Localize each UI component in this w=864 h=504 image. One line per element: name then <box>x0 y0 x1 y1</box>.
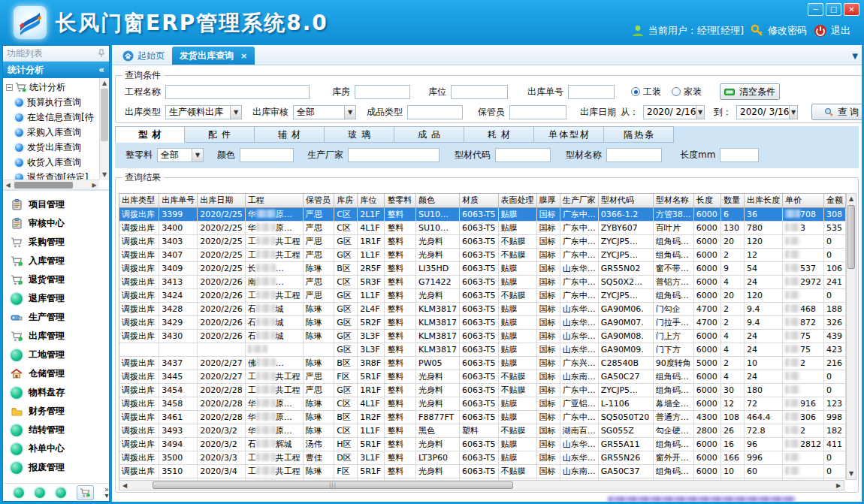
column-header-6[interactable]: 库位 <box>358 194 385 207</box>
column-header-2[interactable]: 出库日期 <box>198 194 245 207</box>
tree-root[interactable]: − 统计分析 <box>3 80 99 95</box>
change-password-link[interactable]: 修改密码 <box>751 24 807 38</box>
sidebar-item-13[interactable]: 补单中心 <box>3 439 109 458</box>
sidebar-item-7[interactable]: 出库管理 <box>3 327 109 346</box>
outbound-no-input[interactable] <box>568 85 615 99</box>
tab-shipment-outbound-query[interactable]: 发货出库查询 × <box>172 47 255 65</box>
table-row[interactable]: 调拨出库34292020/2/26石城陈琳G区5R2F整料KLM38176063… <box>119 315 846 329</box>
column-header-0[interactable]: 出库类型 <box>119 194 159 207</box>
table-row[interactable]: 调拨出库34302020/2/26石城陈琳G区3L3F整料KLM38176063… <box>119 329 846 343</box>
tabstrip-dropdown-icon[interactable]: ▼ <box>852 52 858 60</box>
sidebar-item-4[interactable]: 退货管理 <box>3 270 109 289</box>
table-row[interactable]: 调拨出库34372020/2/27佛…陈琳B区3R8F整料PW056063-T5… <box>119 356 846 370</box>
table-row[interactable]: 调拨出库34092020/2/25长…陈琳B区2R5F整料LI35HD6063-… <box>119 261 846 275</box>
tree-vertical-scrollbar[interactable]: ▲ ▼ <box>99 78 109 180</box>
tab-close-icon[interactable]: × <box>240 51 247 61</box>
clear-conditions-button[interactable]: 清空条件 <box>720 83 780 100</box>
table-row[interactable]: 调拨出库34032020/2/25工共工程严思G区1R1F整料光身料6063-T… <box>119 234 846 248</box>
sidebar-item-11[interactable]: 财务管理 <box>3 402 109 421</box>
minimize-button[interactable]: ─ <box>808 3 823 16</box>
radio-on-icon[interactable] <box>631 87 640 96</box>
column-header-15[interactable]: 长度 <box>693 194 721 207</box>
column-header-16[interactable]: 数量 <box>721 194 744 207</box>
subtab-0[interactable]: 型材 <box>115 126 185 143</box>
length-input[interactable] <box>720 148 759 162</box>
table-row[interactable]: 调拨出库33992020/2/25华原…严思C区2L1F整料SU10…6063-… <box>119 207 846 221</box>
table-row[interactable]: 调拨出库34582020/2/28华原…陈琳C区4L1F整料光身料6063-T5… <box>119 397 846 410</box>
table-row[interactable]: 调拨出库34132020/2/26南…严思C区5R3F整料G714226063-… <box>119 275 846 288</box>
column-header-17[interactable]: 出库长度 <box>744 194 782 207</box>
outbound-audit-select[interactable]: 全部▼ <box>293 105 356 119</box>
sidebar-item-6[interactable]: 生产管理 <box>3 308 109 327</box>
tree-horizontal-scrollbar[interactable]: ◀ ▶ <box>3 180 99 189</box>
tree-item-2[interactable]: 采购入库查询 <box>3 125 99 140</box>
scroll-up-icon[interactable]: ▲ <box>847 194 856 204</box>
table-row[interactable]: 调拨出库34002020/2/25华原…严思C区4L1F整料SU10…6063-… <box>119 221 846 234</box>
subtab-2[interactable]: 辅材 <box>255 126 325 143</box>
project-name-input[interactable] <box>165 85 310 99</box>
sidebar-item-1[interactable]: 审核中心 <box>3 214 109 233</box>
sidebar-item-14[interactable]: 报废管理 <box>3 458 109 477</box>
date-to-select[interactable]: 2020/ 3/16▼ <box>736 105 798 119</box>
sidebar-item-2[interactable]: 采购管理 <box>3 233 109 252</box>
sidebar-item-5[interactable]: 退库管理 <box>3 289 109 308</box>
sidebar-item-9[interactable]: 仓储管理 <box>3 364 109 383</box>
table-row[interactable]: 调拨出库34942020/3/2石辉城汤伟H区5R1F整料光身料6063-T5贴… <box>119 437 846 451</box>
column-header-19[interactable]: 金额 <box>823 194 845 207</box>
statistics-section-header[interactable]: 统计分析 « <box>3 62 109 78</box>
table-row[interactable]: 调拨出库34242020/2/26工共工程严思G区1L1F整料光身料6063-T… <box>119 288 846 302</box>
table-row[interactable]: 调拨出库35002020/3/3工共工程曹佳D区3L1F整料LT3P606063… <box>119 451 846 464</box>
module-cart-button[interactable] <box>77 485 94 500</box>
tab-home[interactable]: 起始页 <box>115 47 172 65</box>
subtab-6[interactable]: 单体型材 <box>534 126 604 143</box>
column-header-11[interactable]: 膜厚 <box>536 194 560 207</box>
profile-name-input[interactable] <box>606 148 662 162</box>
radio-off-icon[interactable] <box>672 87 681 96</box>
module-circle-icon[interactable] <box>35 487 45 498</box>
sidebar-item-8[interactable]: 工地管理 <box>3 346 109 364</box>
gongzhuang-radio[interactable]: 工装 <box>631 86 661 98</box>
table-row[interactable]: 调拨出库34282020/2/26石城陈琳G区2L4F整料KLM38176063… <box>119 302 846 315</box>
column-header-1[interactable]: 出库单号 <box>159 194 198 207</box>
column-header-13[interactable]: 型材代码 <box>598 194 653 207</box>
tree-item-3[interactable]: 发货出库查询 <box>3 140 99 155</box>
column-header-18[interactable]: 单价 <box>782 194 823 207</box>
date-from-select[interactable]: 2020/ 2/16▼ <box>643 105 705 119</box>
search-button[interactable]: 查 询 <box>811 104 862 120</box>
manufacturer-input[interactable] <box>348 148 440 162</box>
scroll-up-icon[interactable]: ▲ <box>100 78 109 88</box>
column-header-14[interactable]: 型材名称 <box>653 194 693 207</box>
tree-item-0[interactable]: 预算执行查询 <box>3 95 99 110</box>
sidebar-item-12[interactable]: 结转管理 <box>3 421 109 439</box>
collapse-icon[interactable]: « <box>98 65 104 75</box>
subtab-5[interactable]: 耗材 <box>464 126 534 143</box>
tree-item-1[interactable]: 在途信息查询[待 <box>3 110 99 125</box>
logout-link[interactable]: 退出 <box>814 24 850 38</box>
table-row[interactable]: 调拨出库34612020/2/28华原…陈琳B区1R2F整料F8877FT606… <box>119 410 846 424</box>
outbound-type-select[interactable]: 生产领料出库▼ <box>165 105 242 119</box>
grid-vertical-scrollbar[interactable]: ▲ ▼ <box>846 193 856 480</box>
close-button[interactable]: ✕ <box>844 3 859 16</box>
column-header-9[interactable]: 材质 <box>459 194 498 207</box>
column-header-10[interactable]: 表面处理 <box>498 194 536 207</box>
table-row[interactable]: 调拨出库34072020/2/25工共工程严思G区1L1F整料光身料6063-T… <box>119 248 846 261</box>
column-header-8[interactable]: 颜色 <box>416 194 460 207</box>
scroll-right-icon[interactable]: ▶ <box>833 482 844 489</box>
column-header-5[interactable]: 库房 <box>334 194 358 207</box>
sidebar-item-10[interactable]: 物料盘存 <box>3 383 109 402</box>
module-circle-icon[interactable] <box>56 487 66 498</box>
scroll-left-icon[interactable]: ◀ <box>119 482 130 489</box>
color-input[interactable] <box>240 148 294 162</box>
subtab-7[interactable]: 隔热条 <box>604 126 674 143</box>
table-row[interactable]: 调拨出库35102020/3/4工共工程陈琳F区5R1F整料光身料6063-T5… <box>119 464 846 478</box>
whole-part-select[interactable]: 全部▼ <box>157 148 204 162</box>
scroll-right-icon[interactable]: ▶ <box>89 182 99 189</box>
sidebar-item-3[interactable]: 入库管理 <box>3 252 109 270</box>
product-type-input[interactable] <box>407 105 463 119</box>
pin-icon[interactable] <box>98 49 105 58</box>
tree-item-4[interactable]: 收货入库查询 <box>3 155 99 170</box>
subtab-4[interactable]: 成品 <box>394 126 464 143</box>
tree-collapse-icon[interactable]: − <box>6 84 13 91</box>
column-header-3[interactable]: 工程 <box>245 194 303 207</box>
sidebar-item-0[interactable]: 项目管理 <box>3 195 109 214</box>
